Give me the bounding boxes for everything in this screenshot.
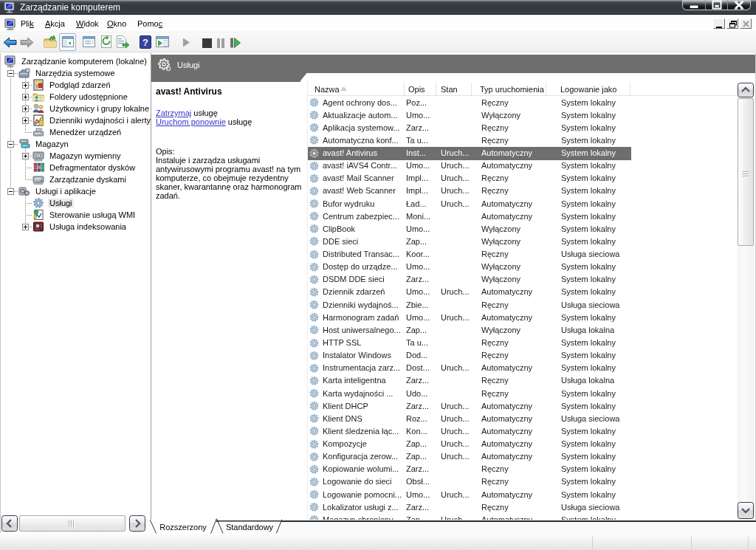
svg-text:Standardowy: Standardowy — [226, 523, 274, 532]
svg-text:Rozszerzony: Rozszerzony — [159, 523, 207, 532]
